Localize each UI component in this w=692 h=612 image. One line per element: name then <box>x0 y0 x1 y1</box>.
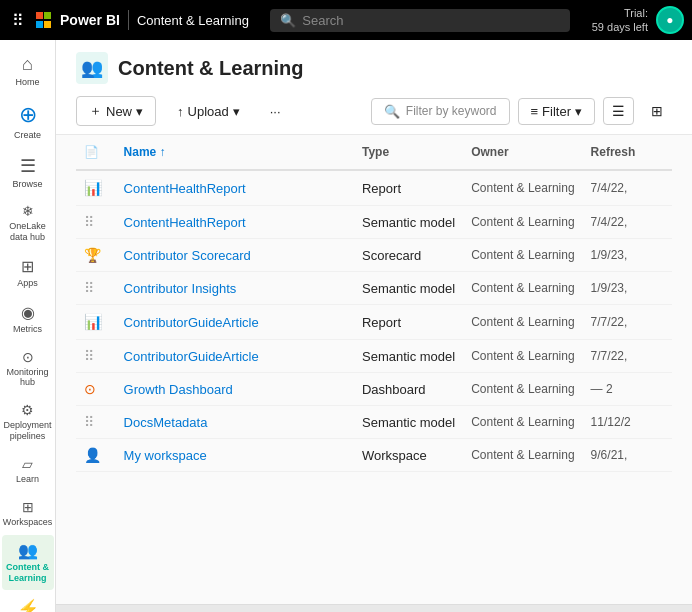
row-refresh: 7/4/22, <box>583 170 672 206</box>
sidebar: ⌂ Home ⊕ Create ☰ Browse ❄ OneLake data … <box>0 40 56 612</box>
sidebar-item-content-learning[interactable]: 👥 Content & Learning <box>2 535 54 590</box>
home-icon: ⌂ <box>22 54 33 75</box>
plus-icon: ＋ <box>89 102 102 120</box>
view-options-button[interactable]: ⊞ <box>642 97 672 125</box>
row-name[interactable]: ContributorGuideArticle <box>116 305 354 340</box>
page-header: 👥 Content & Learning ＋ New ▾ ↑ Upload ▾ … <box>56 40 692 135</box>
filter-search-icon: 🔍 <box>384 104 400 119</box>
col-header-owner[interactable]: Owner <box>463 135 582 170</box>
sidebar-label-create: Create <box>14 130 41 141</box>
table-row[interactable]: 👤My workspaceWorkspaceContent & Learning… <box>76 439 672 472</box>
sidebar-item-home[interactable]: ⌂ Home <box>2 48 54 94</box>
new-label: New <box>106 104 132 119</box>
col-header-type[interactable]: Type <box>354 135 463 170</box>
dashboard-icon: ⊙ <box>84 381 96 397</box>
row-name[interactable]: ContributorGuideArticle <box>116 340 354 373</box>
sidebar-item-learn[interactable]: ▱ Learn <box>2 450 54 491</box>
filter-button[interactable]: ≡ Filter ▾ <box>518 98 595 125</box>
semantic-icon: ⠿ <box>84 348 92 364</box>
sidebar-label-content-learning: Content & Learning <box>6 562 50 584</box>
row-name[interactable]: DocsMetadata <box>116 406 354 439</box>
col-header-refresh[interactable]: Refresh <box>583 135 672 170</box>
row-type: Scorecard <box>354 239 463 272</box>
table-row[interactable]: ⠿DocsMetadataSemantic modelContent & Lea… <box>76 406 672 439</box>
filter-keyword-input[interactable]: 🔍 Filter by keyword <box>371 98 510 125</box>
sidebar-item-onelake[interactable]: ❄ OneLake data hub <box>2 197 54 249</box>
search-input[interactable] <box>302 13 560 28</box>
deployment-icon: ⚙ <box>21 402 34 418</box>
nav-workspace-label[interactable]: Content & Learning <box>137 13 249 28</box>
sidebar-item-deployment[interactable]: ⚙ Deployment pipelines <box>2 396 54 448</box>
report-icon: 📊 <box>84 179 103 196</box>
row-type-icon: ⊙ <box>76 373 116 406</box>
col-header-name[interactable]: Name ↑ <box>116 135 354 170</box>
sidebar-item-powerbi[interactable]: ⚡ Power BI <box>2 592 54 612</box>
monitoring-icon: ⊙ <box>22 349 34 365</box>
filter-icon: ≡ <box>531 104 539 119</box>
powerbi-icon: ⚡ <box>17 598 39 612</box>
row-type: Workspace <box>354 439 463 472</box>
new-button[interactable]: ＋ New ▾ <box>76 96 156 126</box>
row-name[interactable]: ContentHealthReport <box>116 170 354 206</box>
file-icon: 📄 <box>84 145 99 159</box>
table-row[interactable]: ⠿ContentHealthReportSemantic modelConten… <box>76 206 672 239</box>
grid-menu-icon[interactable]: ⠿ <box>8 7 28 34</box>
apps-icon: ⊞ <box>21 257 34 276</box>
row-owner: Content & Learning <box>463 206 582 239</box>
col-header-icon: 📄 <box>76 135 116 170</box>
row-owner: Content & Learning <box>463 239 582 272</box>
row-refresh: — 2 <box>583 373 672 406</box>
sidebar-label-metrics: Metrics <box>13 324 42 335</box>
row-owner: Content & Learning <box>463 373 582 406</box>
row-type-icon: ⠿ <box>76 272 116 305</box>
semantic-icon: ⠿ <box>84 414 92 430</box>
table-row[interactable]: 🏆Contributor ScorecardScorecardContent &… <box>76 239 672 272</box>
row-type: Semantic model <box>354 272 463 305</box>
trial-info: Trial: 59 days left <box>592 6 648 35</box>
filter-keyword-label: Filter by keyword <box>406 104 497 118</box>
sidebar-item-monitoring[interactable]: ⊙ Monitoring hub <box>2 343 54 395</box>
row-refresh: 1/9/23, <box>583 272 672 305</box>
row-type-icon: 🏆 <box>76 239 116 272</box>
horizontal-scrollbar[interactable] <box>56 604 692 612</box>
table-row[interactable]: ⊙Growth DashboardDashboardContent & Lear… <box>76 373 672 406</box>
main-layout: ⌂ Home ⊕ Create ☰ Browse ❄ OneLake data … <box>0 40 692 612</box>
items-table-container[interactable]: 📄 Name ↑ Type Owner Refresh 📊ContentHeal… <box>56 135 692 604</box>
search-bar[interactable]: 🔍 <box>270 9 570 32</box>
sidebar-item-workspaces[interactable]: ⊞ Workspaces <box>2 493 54 534</box>
create-icon: ⊕ <box>19 102 37 128</box>
report-icon: 📊 <box>84 313 103 330</box>
powerbi-brand-label: Power BI <box>60 12 120 28</box>
upload-button[interactable]: ↑ Upload ▾ <box>164 98 253 125</box>
view-list-button[interactable]: ☰ <box>603 97 634 125</box>
onelake-icon: ❄ <box>22 203 34 219</box>
row-name[interactable]: Contributor Insights <box>116 272 354 305</box>
row-refresh: 7/4/22, <box>583 206 672 239</box>
table-row[interactable]: ⠿Contributor InsightsSemantic modelConte… <box>76 272 672 305</box>
table-row[interactable]: 📊ContentHealthReportReportContent & Lear… <box>76 170 672 206</box>
sidebar-label-home: Home <box>15 77 39 88</box>
row-owner: Content & Learning <box>463 406 582 439</box>
sidebar-item-apps[interactable]: ⊞ Apps <box>2 251 54 295</box>
row-refresh: 7/7/22, <box>583 305 672 340</box>
table-header-row: 📄 Name ↑ Type Owner Refresh <box>76 135 672 170</box>
more-button[interactable]: ··· <box>261 98 290 125</box>
sidebar-label-deployment: Deployment pipelines <box>3 420 51 442</box>
semantic-icon: ⠿ <box>84 214 92 230</box>
table-row[interactable]: ⠿ContributorGuideArticleSemantic modelCo… <box>76 340 672 373</box>
avatar[interactable]: ● <box>656 6 684 34</box>
row-name[interactable]: ContentHealthReport <box>116 206 354 239</box>
row-name[interactable]: Contributor Scorecard <box>116 239 354 272</box>
page-title-row: 👥 Content & Learning <box>76 52 672 84</box>
sidebar-item-create[interactable]: ⊕ Create <box>2 96 54 147</box>
row-name[interactable]: Growth Dashboard <box>116 373 354 406</box>
filter-label: Filter <box>542 104 571 119</box>
sidebar-item-metrics[interactable]: ◉ Metrics <box>2 297 54 341</box>
row-type: Report <box>354 305 463 340</box>
upload-label: Upload <box>188 104 229 119</box>
table-row[interactable]: 📊ContributorGuideArticleReportContent & … <box>76 305 672 340</box>
microsoft-brand: Power BI <box>36 12 120 28</box>
sidebar-item-browse[interactable]: ☰ Browse <box>2 149 54 196</box>
row-name[interactable]: My workspace <box>116 439 354 472</box>
row-refresh: 11/12/2 <box>583 406 672 439</box>
